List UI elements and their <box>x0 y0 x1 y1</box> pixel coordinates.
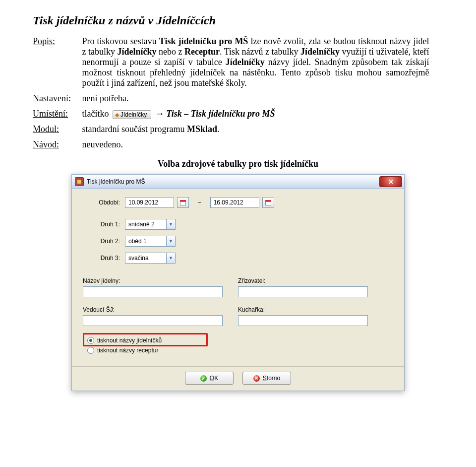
dialog-titlebar: Tisk jídelníčku pro MŠ ✕ <box>72 175 404 189</box>
t: Jídelníčky <box>118 47 157 57</box>
jidelnicky-nav-button: ◆Jídelníčky <box>113 110 151 119</box>
druh1-label: Druh 1: <box>83 221 120 228</box>
t: tlačítko <box>82 109 109 119</box>
vedouci-label: Vedoucí ŠJ: <box>83 306 238 313</box>
t: → Tisk – Tisk jídelníčku pro MŠ <box>155 109 275 119</box>
druh3-value: svačina <box>125 255 166 262</box>
calendar-icon <box>265 200 271 205</box>
app-icon <box>75 177 84 186</box>
t: Jídelníčky <box>300 47 340 57</box>
date-from-field[interactable]: 10.09.2012 <box>125 197 174 208</box>
storno-button[interactable]: Storno <box>242 372 291 385</box>
dialog-title: Tisk jídelníčku pro MŠ <box>87 178 379 185</box>
navod-label: Návod: <box>33 139 80 150</box>
druh2-value: oběd 1 <box>125 238 166 245</box>
druh2-label: Druh 2: <box>83 238 120 245</box>
zrizovatel-input[interactable] <box>238 286 368 297</box>
ok-button[interactable]: OK <box>185 372 234 385</box>
check-icon <box>200 375 207 382</box>
period-label: Období: <box>83 199 120 206</box>
navod-value: neuvedeno. <box>82 139 123 149</box>
druh1-value: snídaně 2 <box>125 221 166 228</box>
t: Receptur <box>184 47 220 57</box>
radio-jidelnicky-label: tisknout názvy jídelníčků <box>97 337 162 344</box>
t: Pro tiskovou sestavu <box>82 36 159 46</box>
page-title: Tisk jídelníčku z názvů v Jídelníčcích <box>33 14 443 27</box>
nastaveni-value: není potřeba. <box>82 93 129 103</box>
chevron-down-icon: ▼ <box>166 219 175 229</box>
date-to-field[interactable]: 16.09.2012 <box>210 197 259 208</box>
kucharka-input[interactable] <box>238 315 368 326</box>
calendar-from-button[interactable] <box>177 197 189 208</box>
popis-text: Pro tiskovou sestavu Tisk jídelníčku pro… <box>82 36 429 88</box>
calendar-to-button[interactable] <box>262 197 274 208</box>
t: nebo z <box>157 47 185 57</box>
druh3-select[interactable]: svačina▼ <box>125 253 176 264</box>
storno-label: Storno <box>263 375 280 382</box>
zrizovatel-label: Zřizovatel: <box>238 277 393 284</box>
t: Tisk jídelníčku pro MŠ <box>159 36 248 46</box>
ok-label: OK <box>210 375 218 382</box>
druh2-select[interactable]: oběd 1▼ <box>125 236 176 247</box>
modul-label: Modul: <box>33 124 80 134</box>
t: . <box>217 124 220 134</box>
t: O <box>210 375 214 382</box>
t: . Tisk názvů z tabulky <box>220 47 300 57</box>
t: → Tisk – Tisk jídelníčku pro MŠ <box>155 109 275 119</box>
nazev-jidelny-label: Název jídelny: <box>83 277 238 284</box>
figure-caption: Volba zdrojové tabulky pro tisk jídelníč… <box>33 159 443 169</box>
dash: – <box>198 199 201 206</box>
close-button[interactable]: ✕ <box>379 176 402 187</box>
nazev-jidelny-input[interactable] <box>83 286 223 297</box>
t: MSklad <box>187 124 217 134</box>
nastaveni-label: Nastavení: <box>33 93 80 104</box>
source-radio-group: tisknout názvy jídelníčků <box>83 333 208 346</box>
t: Jídelníčky <box>226 57 265 67</box>
kucharka-label: Kuchařka: <box>238 306 393 313</box>
modul-value: standardní součást programu MSklad. <box>82 124 220 134</box>
radio-receptury-label: tisknout názvy receptur <box>97 347 158 354</box>
t: standardní součást programu <box>82 124 187 134</box>
cancel-icon <box>253 375 260 382</box>
radio-receptury[interactable] <box>87 347 94 354</box>
druh3-label: Druh 3: <box>83 255 120 262</box>
popis-label: Popis: <box>33 36 80 47</box>
chevron-down-icon: ▼ <box>166 236 175 246</box>
t: K <box>214 375 218 382</box>
t: torno <box>267 375 280 382</box>
druh1-select[interactable]: snídaně 2▼ <box>125 219 176 230</box>
t: Jídelníčky <box>120 111 147 118</box>
vedouci-input[interactable] <box>83 315 223 326</box>
umisteni-value: tlačítko ◆Jídelníčky → Tisk – Tisk jídel… <box>82 109 275 119</box>
chevron-down-icon: ▼ <box>166 253 175 263</box>
t: S <box>263 375 267 382</box>
calendar-icon <box>180 200 186 205</box>
print-dialog: Tisk jídelníčku pro MŠ ✕ Období: 10.09.2… <box>71 174 405 391</box>
umisteni-label: Umístění: <box>33 109 80 119</box>
radio-jidelnicky[interactable] <box>87 337 94 344</box>
